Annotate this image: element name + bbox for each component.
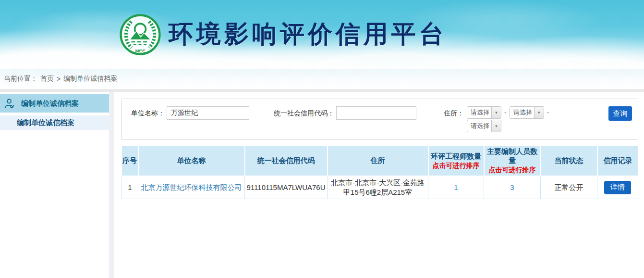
detail-button[interactable]: 详情 (604, 181, 631, 194)
sort-hint[interactable]: 点击可进行排序 (485, 166, 540, 175)
company-link[interactable]: 北京万源世纪环保科技有限公司 (141, 183, 242, 191)
query-button[interactable]: 查询 (608, 106, 632, 121)
col-credit-code: 统一社会信用代码 (245, 146, 328, 176)
credit-code-input[interactable] (336, 106, 416, 120)
col-staff-count-sortable[interactable]: 主要编制人员数量 点击可进行排序 (484, 146, 541, 176)
col-status: 当前状态 (541, 146, 597, 176)
col-company: 单位名称 (138, 146, 245, 176)
sort-hint[interactable]: 点击可进行排序 (429, 162, 483, 170)
cell-status: 正常公开 (541, 176, 597, 199)
breadcrumb-home-link[interactable]: 首页 (40, 75, 54, 83)
address-label: 住所： (444, 106, 464, 120)
cell-index: 1 (122, 176, 138, 199)
chevron-down-icon[interactable]: ▼ (491, 120, 501, 132)
breadcrumb-prefix: 当前位置： (4, 75, 37, 83)
breadcrumb-separator: > (57, 75, 61, 83)
chevron-down-icon[interactable]: ▼ (534, 107, 544, 118)
credit-code-label: 统一社会信用代码： (274, 106, 334, 120)
sidebar-item-label: 编制单位诚信档案 (21, 99, 79, 108)
user-check-icon (4, 98, 15, 109)
table-header-row: 序号 单位名称 统一社会信用代码 住所 环评工程师数量 点击可进行排序 主要编制… (122, 146, 638, 176)
sidebar-item-credit-archive-child[interactable]: 编制单位诚信档案 (0, 115, 109, 130)
mee-logo-icon: MEE (119, 13, 161, 56)
cell-address: 北京市-北京市-大兴区-金苑路甲15号6幢2层A215室 (328, 176, 428, 199)
site-header: MEE 环境影响评价信用平台 (0, 0, 644, 69)
col-index: 序号 (122, 146, 138, 176)
results-table: 序号 单位名称 统一社会信用代码 住所 环评工程师数量 点击可进行排序 主要编制… (122, 146, 638, 199)
engineer-count-link[interactable]: 1 (454, 183, 458, 191)
col-credit-record: 信用记录 (597, 146, 638, 176)
breadcrumb: 当前位置： 首页 > 编制单位诚信档案 (0, 69, 644, 89)
col-address: 住所 (328, 146, 428, 176)
sidebar-item-label: 编制单位诚信档案 (17, 118, 74, 127)
sidebar: 编制单位诚信档案 编制单位诚信档案 (0, 92, 109, 278)
table-row: 1 北京万源世纪环保科技有限公司 91110115MA7LWUA76U 北京市-… (122, 176, 638, 199)
staff-count-link[interactable]: 3 (510, 183, 514, 191)
main-content: 单位名称： 统一社会信用代码： 住所： 请选择 ▼ - 请选择 (114, 92, 644, 278)
district-select[interactable]: 请选择 ▼ (467, 120, 501, 132)
unit-name-input[interactable] (167, 106, 249, 120)
sidebar-divider (109, 92, 114, 278)
province-select[interactable]: 请选择 ▼ (467, 106, 501, 119)
col-engineer-count-sortable[interactable]: 环评工程师数量 点击可进行排序 (428, 146, 484, 176)
search-form: 单位名称： 统一社会信用代码： 住所： 请选择 ▼ - 请选择 (122, 99, 638, 140)
svg-text:MEE: MEE (135, 48, 146, 53)
sidebar-item-credit-archive-parent[interactable]: 编制单位诚信档案 (0, 94, 109, 113)
cell-credit-code: 91110115MA7LWUA76U (245, 176, 328, 199)
breadcrumb-current: 编制单位诚信档案 (63, 75, 117, 83)
chevron-down-icon[interactable]: ▼ (491, 107, 501, 118)
city-select[interactable]: 请选择 ▼ (510, 106, 544, 119)
page-title: 环境影响评价信用平台 (169, 18, 447, 51)
unit-name-label: 单位名称： (131, 106, 165, 120)
